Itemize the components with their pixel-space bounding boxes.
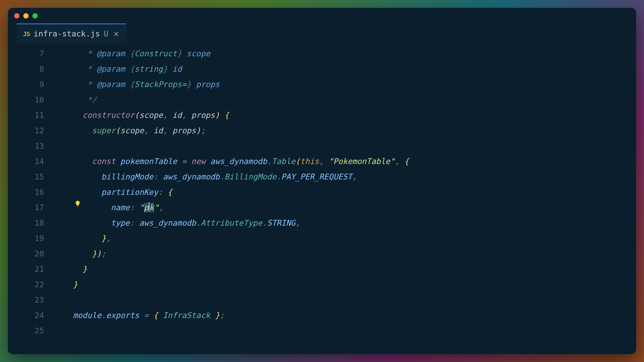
tab-modified-indicator: U bbox=[104, 29, 108, 38]
line-number-gutter: 78910111213141516171819202122232425 bbox=[8, 46, 53, 338]
code-line[interactable]: }, bbox=[73, 231, 409, 246]
line-number: 21 bbox=[8, 261, 44, 277]
line-number: 19 bbox=[8, 231, 44, 246]
line-number: 22 bbox=[8, 277, 44, 292]
code-content[interactable]: * @param {Construct} scope * @param {str… bbox=[53, 46, 409, 338]
code-line[interactable]: super(scope, id, props); bbox=[73, 123, 409, 138]
line-number: 15 bbox=[8, 169, 44, 184]
line-number: 12 bbox=[8, 123, 44, 138]
line-number: 11 bbox=[8, 107, 44, 123]
code-line[interactable]: name: "pk", bbox=[73, 200, 409, 215]
code-line[interactable]: * @param {Construct} scope bbox=[73, 46, 409, 61]
window-close-button[interactable] bbox=[14, 13, 19, 19]
code-line[interactable]: constructor(scope, id, props) { bbox=[73, 107, 409, 123]
line-number: 10 bbox=[8, 92, 44, 107]
code-line[interactable]: type: aws_dynamodb.AttributeType.STRING, bbox=[73, 215, 409, 231]
line-number: 18 bbox=[8, 215, 44, 231]
code-line[interactable]: partitionKey: { bbox=[73, 184, 409, 200]
editor-window: JS infra-stack.js U × 789101112131415161… bbox=[8, 8, 636, 354]
code-line[interactable] bbox=[73, 138, 409, 154]
tab-bar: JS infra-stack.js U × bbox=[8, 24, 636, 43]
code-area: 78910111213141516171819202122232425 * @p… bbox=[8, 43, 636, 338]
tab-filename: infra-stack.js bbox=[34, 29, 100, 38]
line-number: 23 bbox=[8, 292, 44, 308]
tab-infra-stack[interactable]: JS infra-stack.js U × bbox=[17, 24, 126, 43]
window-maximize-button[interactable] bbox=[32, 13, 38, 19]
line-number: 14 bbox=[8, 154, 44, 169]
code-line[interactable]: }); bbox=[73, 246, 409, 261]
window-minimize-button[interactable] bbox=[23, 13, 29, 19]
code-line[interactable]: module.exports = { InfraStack }; bbox=[73, 308, 409, 323]
code-line[interactable]: billingMode: aws_dynamodb.BillingMode.PA… bbox=[73, 169, 409, 184]
line-number: 9 bbox=[8, 77, 44, 92]
title-bar bbox=[8, 8, 636, 24]
line-number: 16 bbox=[8, 184, 44, 200]
line-number: 24 bbox=[8, 308, 44, 323]
code-line[interactable]: */ bbox=[73, 92, 409, 107]
line-number: 25 bbox=[8, 323, 44, 338]
code-line[interactable]: * @param {string} id bbox=[73, 61, 409, 77]
code-line[interactable]: } bbox=[73, 277, 409, 292]
code-line[interactable] bbox=[73, 323, 409, 338]
close-icon[interactable]: × bbox=[112, 29, 120, 39]
js-file-icon: JS bbox=[23, 30, 30, 38]
line-number: 7 bbox=[8, 46, 44, 61]
line-number: 13 bbox=[8, 138, 44, 154]
line-number: 20 bbox=[8, 246, 44, 261]
code-line[interactable]: } bbox=[73, 261, 409, 277]
text-cursor bbox=[149, 202, 149, 211]
text-selection[interactable]: pk bbox=[144, 203, 154, 212]
code-line[interactable] bbox=[73, 292, 409, 308]
line-number: 8 bbox=[8, 61, 44, 77]
code-line[interactable]: * @param {StackProps=} props bbox=[73, 77, 409, 92]
line-number: 17 bbox=[8, 200, 44, 215]
code-line[interactable]: const pokemonTable = new aws_dynamodb.Ta… bbox=[73, 154, 409, 169]
